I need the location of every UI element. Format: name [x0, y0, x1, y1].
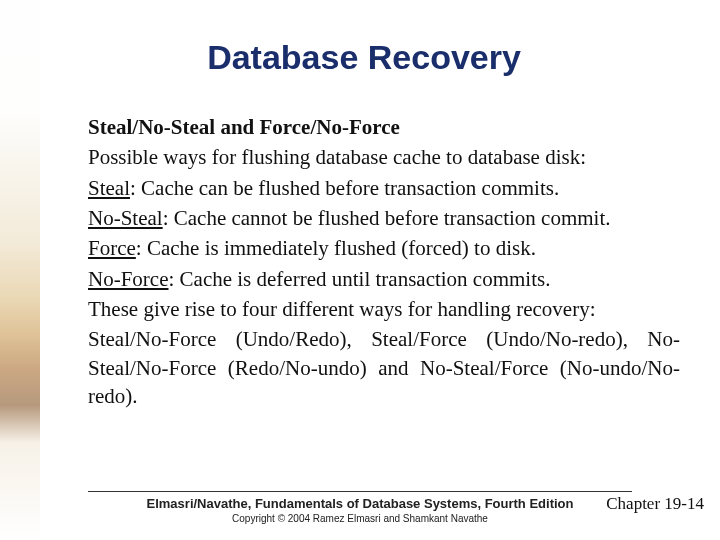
def-text: : Cache can be flushed before transactio…	[130, 176, 559, 200]
summary-line-1: These give rise to four different ways f…	[88, 295, 680, 323]
def-no-steal: No-Steal: Cache cannot be flushed before…	[88, 204, 680, 232]
def-label: No-Steal	[88, 206, 163, 230]
slide-body: Steal/No-Steal and Force/No-Force Possib…	[88, 113, 680, 410]
def-no-force: No-Force: Cache is deferred until transa…	[88, 265, 680, 293]
def-text: : Cache is deferred until transaction co…	[168, 267, 550, 291]
def-text: : Cache is immediately flushed (forced) …	[136, 236, 536, 260]
slide-container: Database Recovery Steal/No-Steal and For…	[0, 0, 720, 540]
summary-line-2: Steal/No-Force (Undo/Redo), Steal/Force …	[88, 325, 680, 410]
intro-line: Possible ways for flushing database cach…	[88, 143, 680, 171]
slide-title: Database Recovery	[48, 38, 680, 77]
def-text: : Cache cannot be flushed before transac…	[163, 206, 611, 230]
def-steal: Steal: Cache can be flushed before trans…	[88, 174, 680, 202]
section-heading: Steal/No-Steal and Force/No-Force	[88, 113, 680, 141]
def-label: Steal	[88, 176, 130, 200]
def-label: Force	[88, 236, 136, 260]
footer-rule	[88, 491, 632, 492]
footer-chapter-number: Chapter 19-14	[606, 494, 704, 514]
footer-copyright: Copyright © 2004 Ramez Elmasri and Shamk…	[0, 513, 720, 524]
def-label: No-Force	[88, 267, 168, 291]
def-force: Force: Cache is immediately flushed (for…	[88, 234, 680, 262]
